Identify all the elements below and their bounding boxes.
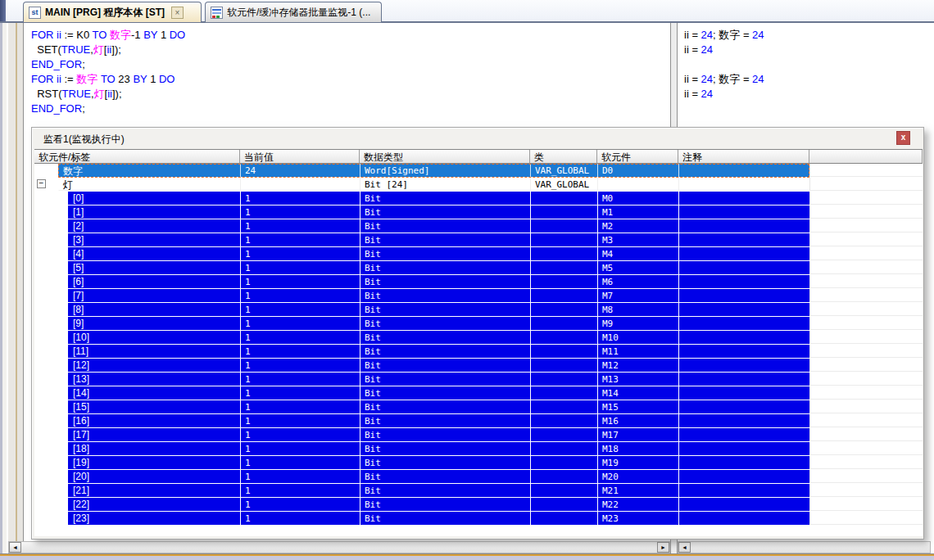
cell-current-value: 1 [240, 192, 360, 205]
cell-data-type: Bit [360, 303, 530, 316]
cell-class [530, 428, 597, 441]
scrollbar-track[interactable] [691, 542, 930, 553]
cell-device: M23 [597, 512, 678, 525]
watch-row[interactable]: −灯Bit [24]VAR_GLOBAL [34, 178, 923, 192]
cell-label: [6] [68, 275, 240, 288]
column-header[interactable]: 当前值 [240, 150, 360, 164]
cell-current-value: 1 [240, 247, 360, 260]
cell-data-type: Bit [360, 400, 530, 413]
cell-comment [678, 484, 809, 497]
cell-comment [678, 456, 809, 469]
cell-current-value: 1 [240, 219, 360, 233]
tree-gutter: − [34, 178, 58, 191]
dock-edge-strip [0, 23, 25, 553]
watch-row[interactable]: 数字24Word[Signed]VAR_GLOBALD0 [34, 164, 923, 178]
watch-row[interactable]: [22]1BitM22 [34, 498, 923, 512]
tree-gutter [34, 233, 68, 246]
cell-data-type: Bit [360, 317, 530, 330]
cell-class [530, 219, 597, 233]
cell-data-type: Bit [360, 247, 530, 260]
tab-label: 软元件/缓冲存储器批量监视-1 (... [227, 6, 370, 20]
watch-row[interactable]: [1]1BitM1 [34, 205, 923, 219]
column-header[interactable]: 注释 [678, 150, 809, 164]
watch-row[interactable]: [3]1BitM3 [34, 233, 923, 247]
cell-comment [678, 178, 809, 191]
watch-row[interactable]: [9]1BitM9 [34, 317, 923, 331]
cell-class [530, 261, 597, 274]
scroll-left-icon[interactable]: ◄ [678, 542, 691, 553]
monitor-line: ii = 24; 数字 = 24 [684, 28, 934, 43]
column-header[interactable]: 类 [530, 150, 597, 164]
watch-row[interactable]: [8]1BitM8 [34, 303, 923, 317]
watch-row[interactable]: [15]1BitM15 [34, 400, 923, 414]
watch-window-title: 监看1(监视执行中) [43, 133, 125, 147]
watch-row[interactable]: [14]1BitM14 [34, 386, 923, 400]
application-window: st MAIN [PRG] 程序本体 [ST] × 软元件/缓冲存储器批量监视-… [0, 0, 934, 560]
monitor-horizontal-scrollbar[interactable]: ◄ [678, 541, 931, 553]
watch-table: 软元件/标签当前值数据类型类软元件注释 数字24Word[Signed]VAR_… [34, 149, 923, 536]
tree-gutter [34, 400, 68, 413]
column-header[interactable]: 软元件/标签 [34, 150, 240, 164]
watch-row[interactable]: [7]1BitM7 [34, 289, 923, 303]
watch-row[interactable]: [6]1BitM6 [34, 275, 923, 289]
scroll-left-icon[interactable]: ◄ [9, 542, 21, 553]
cell-device: M13 [597, 373, 678, 386]
scroll-right-icon[interactable]: ► [657, 542, 669, 553]
watch-row[interactable]: [23]1BitM23 [34, 512, 923, 526]
tab-close-icon[interactable]: × [171, 7, 184, 19]
collapse-toggle-icon[interactable]: − [37, 179, 46, 188]
cell-class [530, 345, 597, 358]
tree-gutter [34, 456, 68, 469]
watch-row[interactable]: [0]1BitM0 [34, 192, 923, 205]
watch-row[interactable]: [20]1BitM20 [34, 470, 923, 484]
column-header[interactable]: 软元件 [597, 150, 678, 164]
watch-row[interactable]: [2]1BitM2 [34, 219, 923, 233]
cell-empty [809, 289, 923, 302]
code-line: FOR ii := 数字 TO 23 BY 1 DO [31, 72, 670, 87]
cell-device: M12 [597, 359, 678, 372]
cell-data-type: Bit [360, 359, 530, 372]
code-line: SET(TRUE,灯[ii]); [31, 43, 670, 57]
cell-class [530, 205, 597, 219]
watch-row[interactable]: [11]1BitM11 [34, 345, 923, 359]
batch-monitor-icon [211, 7, 223, 19]
watch-row[interactable]: [21]1BitM21 [34, 484, 923, 498]
watch-row[interactable]: [4]1BitM4 [34, 247, 923, 261]
tree-gutter [34, 261, 68, 274]
column-header-empty[interactable] [809, 150, 923, 164]
cell-current-value: 1 [240, 233, 360, 246]
watch-row[interactable]: [10]1BitM10 [34, 331, 923, 345]
tab-main-program-st[interactable]: st MAIN [PRG] 程序本体 [ST] × [23, 2, 202, 22]
watch-row[interactable]: [17]1BitM17 [34, 428, 923, 442]
watch-row[interactable]: [5]1BitM5 [34, 261, 923, 275]
code-horizontal-scrollbar[interactable]: ◄ ► [8, 541, 670, 553]
cell-current-value: 1 [240, 345, 360, 358]
cell-device: M4 [597, 247, 678, 260]
cell-current-value: 1 [240, 317, 360, 330]
tabbar-accent [0, 0, 6, 21]
watch-window-titlebar[interactable]: 监看1(监视执行中) x [32, 128, 923, 149]
cell-empty [809, 484, 923, 497]
watch-row[interactable]: [19]1BitM19 [34, 456, 923, 470]
watch-row[interactable]: [18]1BitM18 [34, 442, 923, 456]
cell-empty [809, 178, 923, 191]
tree-gutter [34, 317, 68, 330]
cell-comment [678, 192, 809, 205]
watch-row[interactable]: [12]1BitM12 [34, 359, 923, 373]
watch-row[interactable]: [13]1BitM13 [34, 373, 923, 386]
scrollbar-track[interactable] [21, 542, 657, 553]
cell-class [530, 275, 597, 288]
cell-empty [809, 414, 923, 427]
watch-close-button[interactable]: x [896, 131, 910, 145]
column-header[interactable]: 数据类型 [360, 150, 530, 164]
cell-comment [678, 373, 809, 386]
cell-class [530, 512, 597, 525]
cell-data-type: Bit [360, 331, 530, 344]
tree-gutter [34, 247, 68, 260]
watch-row[interactable]: [16]1BitM16 [34, 414, 923, 428]
cell-comment [678, 470, 809, 483]
monitor-line: ii = 24 [684, 87, 934, 102]
cell-label: [7] [68, 289, 240, 302]
cell-empty [809, 359, 923, 372]
tab-device-batch-monitor[interactable]: 软元件/缓冲存储器批量监视-1 (... [205, 2, 382, 22]
